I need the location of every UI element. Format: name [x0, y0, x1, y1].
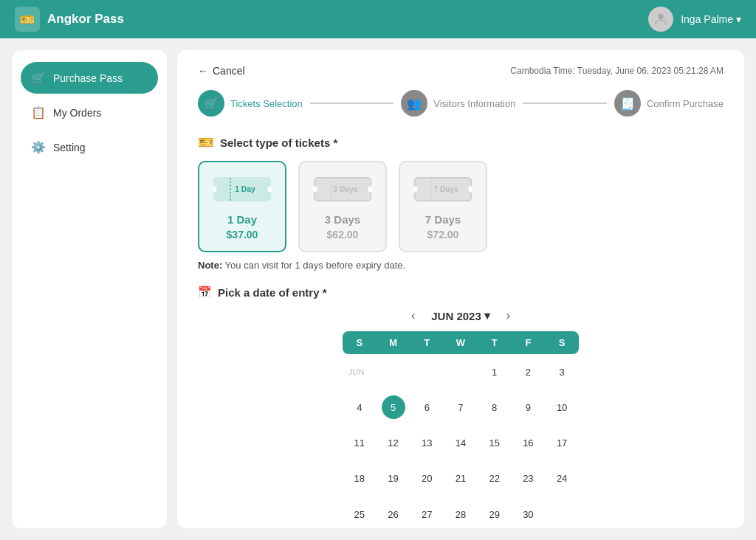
day-cell[interactable]: 12 — [377, 425, 410, 460]
note-text: Note: You can visit for 1 days before ex… — [198, 260, 724, 271]
day-header-sun: S — [343, 331, 377, 354]
stepper: 🛒 Tickets Selection 👥 Visitors Informati… — [198, 90, 724, 117]
svg-point-0 — [659, 14, 664, 19]
day-cell[interactable]: 15 — [478, 425, 512, 460]
tickets-section-header: 🎫 Select type of tickets * — [198, 134, 724, 150]
day-cell[interactable]: 14 — [444, 425, 478, 460]
prev-month-button[interactable]: ‹ — [407, 308, 419, 324]
day-cell[interactable]: 3 — [545, 354, 579, 390]
next-month-button[interactable]: › — [502, 308, 515, 324]
day-cell[interactable]: 28 — [444, 496, 478, 528]
sidebar-item-purchase[interactable]: 🛒 Purchase Pass — [21, 62, 158, 94]
gear-icon: ⚙️ — [31, 140, 46, 154]
calendar: ‹ JUN 2023 ▾ › S M T W T F S — [343, 308, 579, 528]
ticket-7days[interactable]: 7 Days 7 Days $72.00 — [399, 161, 487, 252]
ticket-cards: 1 Day 1 Day $37.00 3 Days 3 Days $62.00 — [198, 161, 724, 252]
day-cell-empty — [545, 496, 579, 528]
day-cell[interactable]: 22 — [478, 460, 512, 496]
day-header-sat: S — [545, 331, 579, 354]
step-tickets: 🛒 Tickets Selection — [198, 90, 303, 117]
sidebar-item-orders[interactable]: 📋 My Orders — [21, 97, 158, 128]
day-cell[interactable]: 1 — [478, 354, 512, 390]
day-cell[interactable]: 9 — [512, 390, 546, 425]
cart-icon: 🛒 — [31, 71, 46, 85]
top-nav: 🎫 Angkor Pass Inga Palme ▾ — [0, 0, 756, 38]
step-line-2 — [523, 103, 607, 104]
step-line-1 — [310, 103, 394, 104]
day-cell[interactable]: 21 — [444, 460, 478, 496]
calendar-row-5: 25 26 27 28 29 30 — [343, 496, 579, 528]
ticket-3days[interactable]: 3 Days 3 Days $62.00 — [298, 161, 387, 252]
sidebar-item-settings[interactable]: ⚙️ Setting — [21, 131, 158, 163]
ticket-3days-label: 3 Days — [307, 213, 378, 226]
chevron-down-icon: ▾ — [736, 13, 741, 25]
svg-text:1 Day: 1 Day — [235, 185, 255, 193]
app-title: Angkor Pass — [47, 12, 124, 27]
day-header-tue: T — [410, 331, 444, 354]
cambodia-time: Cambodia Time: Tuesday, June 06, 2023 05… — [510, 66, 724, 76]
calendar-row-3: 11 12 13 14 15 16 17 — [343, 425, 579, 460]
day-cell[interactable]: 13 — [410, 425, 444, 460]
ticket-1day[interactable]: 1 Day 1 Day $37.00 — [198, 161, 286, 252]
ticket-3days-price: $62.00 — [307, 229, 378, 240]
day-header-mon: M — [377, 331, 410, 354]
day-cell[interactable]: 11 — [343, 425, 377, 460]
day-cell[interactable]: 17 — [545, 425, 579, 460]
calendar-row-1: JUN 1 2 3 — [343, 354, 579, 390]
day-header-fri: F — [512, 331, 546, 354]
day-cell[interactable]: 7 — [444, 390, 478, 425]
step-label-confirm: Confirm Purchase — [647, 98, 724, 109]
cancel-button[interactable]: ← Cancel — [198, 65, 245, 77]
day-cell[interactable]: 16 — [512, 425, 546, 460]
sidebar-item-label: My Orders — [53, 107, 101, 119]
calendar-nav: ‹ JUN 2023 ▾ › — [343, 308, 579, 324]
day-cell[interactable]: 8 — [478, 390, 512, 425]
step-icon-confirm: 🧾 — [614, 90, 641, 117]
calendar-row-4: 18 19 20 21 22 23 24 — [343, 460, 579, 496]
day-header-thu: T — [478, 331, 512, 354]
day-cell[interactable]: 23 — [512, 460, 546, 496]
sidebar-item-label: Purchase Pass — [53, 72, 123, 84]
user-area: Inga Palme ▾ — [648, 7, 741, 32]
step-visitors: 👥 Visitors Information — [401, 90, 515, 117]
day-cell[interactable]: 20 — [410, 460, 444, 496]
month-label-cell: JUN — [343, 354, 478, 390]
day-cell[interactable]: 27 — [410, 496, 444, 528]
day-cell[interactable]: 30 — [512, 496, 546, 528]
svg-text:3 Days: 3 Days — [333, 185, 358, 193]
calendar-table: S M T W T F S JUN 1 2 3 — [343, 331, 579, 528]
step-label-visitors: Visitors Information — [433, 98, 515, 109]
ticket-list-icon: 🎫 — [198, 134, 214, 150]
day-cell[interactable]: 26 — [377, 496, 410, 528]
day-cell[interactable]: 2 — [512, 354, 546, 390]
orders-icon: 📋 — [31, 105, 46, 120]
back-arrow-icon: ← — [198, 65, 208, 77]
day-cell[interactable]: 6 — [410, 390, 444, 425]
day-cell[interactable]: 24 — [545, 460, 579, 496]
day-cell[interactable]: 25 — [343, 496, 377, 528]
user-name[interactable]: Inga Palme ▾ — [681, 13, 741, 25]
date-section-header: 📅 Pick a date of entry * — [198, 285, 724, 299]
month-label[interactable]: JUN 2023 ▾ — [431, 309, 490, 322]
day-cell[interactable]: 29 — [478, 496, 512, 528]
avatar — [648, 7, 673, 32]
step-icon-visitors: 👥 — [401, 90, 427, 117]
day-cell[interactable]: 4 — [343, 390, 377, 425]
day-cell[interactable]: 18 — [343, 460, 377, 496]
content-topbar: ← Cancel Cambodia Time: Tuesday, June 06… — [198, 65, 724, 77]
step-icon-tickets: 🛒 — [198, 90, 224, 117]
day-cell[interactable]: 19 — [377, 460, 410, 496]
step-confirm: 🧾 Confirm Purchase — [614, 90, 724, 117]
dropdown-arrow-icon: ▾ — [484, 309, 490, 322]
day-cell-5-selected[interactable]: 5 — [377, 390, 410, 425]
calendar-section-icon: 📅 — [198, 285, 212, 299]
ticket-1day-label: 1 Day — [207, 213, 278, 226]
main-layout: 🛒 Purchase Pass 📋 My Orders ⚙️ Setting ←… — [0, 38, 756, 540]
main-content: ← Cancel Cambodia Time: Tuesday, June 06… — [177, 50, 744, 528]
ticket-1day-price: $37.00 — [207, 229, 278, 240]
svg-text:7 Days: 7 Days — [433, 185, 458, 193]
app-logo-area: 🎫 Angkor Pass — [15, 7, 124, 32]
ticket-7days-label: 7 Days — [408, 213, 478, 226]
app-logo-icon: 🎫 — [15, 7, 40, 32]
day-cell[interactable]: 10 — [545, 390, 579, 425]
